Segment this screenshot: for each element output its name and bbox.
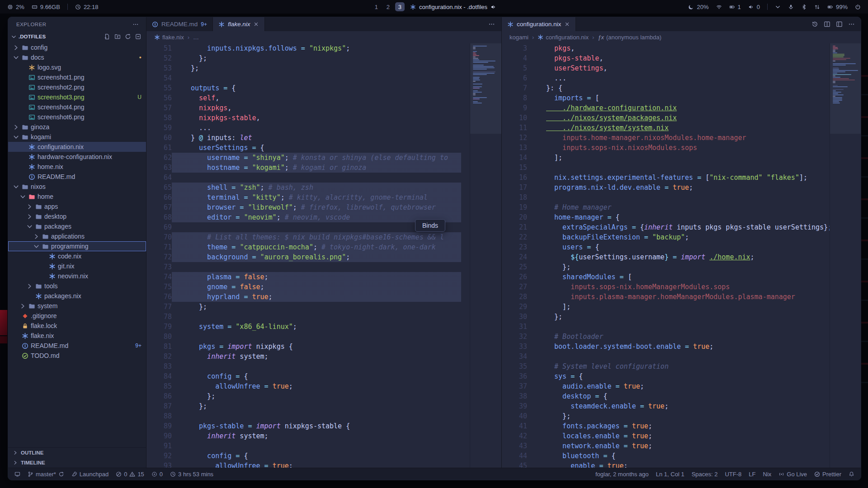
- code-line-44[interactable]: 44 bluetooth = {: [502, 451, 830, 461]
- breadcrumb-item-[interactable]: …: [193, 34, 199, 41]
- tree-file-screenshot4-png[interactable]: screenshot4.png: [8, 102, 146, 112]
- code-line-82[interactable]: 82 inherit system;: [146, 352, 470, 361]
- time-tracked-indicator[interactable]: 3 hrs 53 mins: [170, 471, 213, 478]
- battery-mini-indicator[interactable]: 1: [729, 4, 741, 10]
- volume-level-indicator[interactable]: 0: [748, 4, 760, 10]
- breadcrumb-item-kogami[interactable]: kogami: [509, 34, 528, 41]
- code-line-84[interactable]: 84 config = {: [146, 371, 470, 381]
- tree-file-screenshot6-png[interactable]: screenshot6.png: [8, 112, 146, 122]
- code-line-53[interactable]: 53};: [146, 63, 470, 73]
- close-icon[interactable]: [253, 21, 259, 27]
- layout-icon[interactable]: [836, 21, 843, 28]
- center-more-icon[interactable]: [488, 21, 495, 28]
- tree-folder-tools[interactable]: tools: [8, 281, 146, 291]
- tree-file-readme-md[interactable]: README.md9+: [8, 341, 146, 351]
- tree-folder-home[interactable]: home: [8, 192, 146, 202]
- tree-folder-desktop[interactable]: desktop: [8, 211, 146, 221]
- code-line-24[interactable]: 24 ${userSettings.username} = import ./h…: [502, 252, 830, 262]
- code-line-12[interactable]: 12 inputs.home-manager.nixosModules.home…: [502, 133, 830, 143]
- code-line-3[interactable]: 3 pkgs,: [502, 43, 830, 53]
- code-line-77[interactable]: 77 };: [146, 302, 470, 312]
- git-branch[interactable]: master*: [28, 471, 64, 478]
- code-line-6[interactable]: 6 ...: [502, 73, 830, 83]
- code-line-73[interactable]: 73: [146, 262, 470, 272]
- code-line-54[interactable]: 54: [146, 73, 470, 83]
- notifications-bell[interactable]: [849, 471, 854, 477]
- code-line-36[interactable]: 36 sys = {: [502, 371, 830, 381]
- tree-file-git-nix[interactable]: git.nix: [8, 261, 146, 271]
- tree-folder-programming[interactable]: programming: [8, 241, 146, 251]
- collapse-all-icon[interactable]: [135, 33, 142, 40]
- code-line-4[interactable]: 4 pkgs-stable,: [502, 53, 830, 63]
- code-line-78[interactable]: 78: [146, 312, 470, 322]
- breadcrumb-item-anonymous-lambda[interactable]: ƒx(anonymous lambda): [598, 34, 661, 41]
- code-line-35[interactable]: 35 # System level configuration: [502, 361, 830, 371]
- code-line-19[interactable]: 19 # Home manager: [502, 202, 830, 212]
- code-line-86[interactable]: 86 };: [146, 391, 470, 401]
- code-line-65[interactable]: 65 shell = "zsh"; # bash, zsh: [146, 183, 470, 192]
- tree-folder-applications[interactable]: applications: [8, 231, 146, 241]
- code-line-34[interactable]: 34: [502, 352, 830, 361]
- code-line-22[interactable]: 22 backupFileExtension = "backup";: [502, 232, 830, 242]
- tree-file-flake-lock[interactable]: flake.lock: [8, 321, 146, 331]
- code-line-74[interactable]: 74 plasma = false;: [146, 272, 470, 282]
- night-light-indicator[interactable]: 20%: [688, 4, 708, 10]
- code-line-9[interactable]: 9 ./hardware-configuration.nix: [502, 103, 830, 113]
- code-line-66[interactable]: 66 terminal = "kitty"; # kitty, alacritt…: [146, 192, 470, 202]
- code-line-13[interactable]: 13 inputs.sops-nix.nixosModules.sops: [502, 143, 830, 153]
- go-live-button[interactable]: Go Live: [778, 471, 807, 478]
- bluetooth-icon[interactable]: [801, 4, 807, 10]
- code-line-16[interactable]: 16 nix.settings.experimental-features = …: [502, 173, 830, 183]
- new-file-icon[interactable]: [104, 33, 110, 40]
- code-line-79[interactable]: 79 system = "x86_64-linux";: [146, 322, 470, 332]
- language-mode[interactable]: Nix: [763, 471, 772, 478]
- tree-file-code-nix[interactable]: code.nix: [8, 251, 146, 261]
- workspace-3[interactable]: 3: [395, 2, 405, 11]
- code-line-71[interactable]: 71 theme = "catppuccin-mocha"; # tokyo-n…: [146, 242, 470, 252]
- code-line-25[interactable]: 25 };: [502, 262, 830, 272]
- code-line-11[interactable]: 11 ../nixos/system/system.nix: [502, 123, 830, 133]
- tree-file-todo-md[interactable]: TODO.md: [8, 351, 146, 361]
- tree-folder-packages[interactable]: packages: [8, 221, 146, 231]
- code-line-27[interactable]: 27 inputs.sops-nix.homeManagerModules.so…: [502, 282, 830, 292]
- code-line-21[interactable]: 21 extraSpecialArgs = {inherit inputs pk…: [502, 222, 830, 232]
- code-line-81[interactable]: 81 pkgs = import nixpkgs {: [146, 342, 470, 352]
- tree-file-screenshot3-png[interactable]: screenshot3.pngU: [8, 92, 146, 102]
- workspace-2[interactable]: 2: [383, 2, 393, 11]
- code-line-41[interactable]: 41 fonts.packages = true;: [502, 421, 830, 431]
- tree-file-flake-nix[interactable]: flake.nix: [8, 331, 146, 341]
- code-line-58[interactable]: 58 nixpkgs-stable,: [146, 113, 470, 123]
- indentation-indicator[interactable]: Spaces: 2: [692, 471, 718, 478]
- code-line-26[interactable]: 26 sharedModules = [: [502, 272, 830, 282]
- code-line-18[interactable]: 18: [502, 192, 830, 202]
- tree-folder-ginoza[interactable]: ginoza: [8, 122, 146, 132]
- code-line-70[interactable]: 70 # List all themes: $ nix build nixpkg…: [146, 232, 470, 242]
- code-line-60[interactable]: 60} @ inputs: let: [146, 133, 470, 143]
- center-minimap[interactable]: [470, 43, 501, 468]
- prettier-indicator[interactable]: Prettier: [814, 471, 841, 478]
- code-line-37[interactable]: 37 audio.enable = true;: [502, 381, 830, 391]
- code-line-5[interactable]: 5 userSettings,: [502, 63, 830, 73]
- code-line-56[interactable]: 56 self,: [146, 93, 470, 103]
- tab-configuration-nix[interactable]: configuration.nix: [502, 17, 576, 31]
- power-icon[interactable]: [855, 4, 861, 10]
- code-line-39[interactable]: 39 steamdeck.enable = true;: [502, 401, 830, 411]
- network-arrows-icon[interactable]: [814, 4, 820, 10]
- tree-file-readme-md[interactable]: README.md: [8, 172, 146, 182]
- code-line-64[interactable]: 64: [146, 173, 470, 183]
- tree-folder-nixos[interactable]: nixos: [8, 182, 146, 192]
- history-icon[interactable]: [811, 21, 818, 28]
- code-line-51[interactable]: 51 inputs.nixpkgs.follows = "nixpkgs";: [146, 43, 470, 53]
- tree-file-neovim-nix[interactable]: neovim.nix: [8, 271, 146, 281]
- code-line-14[interactable]: 14 ];: [502, 153, 830, 163]
- code-line-62[interactable]: 62 username = "shinya"; # konsta or shin…: [146, 153, 470, 163]
- eol-indicator[interactable]: LF: [749, 471, 755, 478]
- code-line-40[interactable]: 40 };: [502, 411, 830, 421]
- git-blame-indicator[interactable]: foglar, 2 months ago: [595, 471, 649, 478]
- tree-folder-docs[interactable]: docs●: [8, 52, 146, 62]
- code-line-28[interactable]: 28 inputs.plasma-manager.homeManagerModu…: [502, 292, 830, 302]
- code-line-90[interactable]: 90 inherit system;: [146, 431, 470, 441]
- outline-section[interactable]: OUTLINE: [8, 448, 146, 458]
- explorer-more-icon[interactable]: [132, 21, 139, 28]
- tree-file-gitignore[interactable]: .gitignore: [8, 311, 146, 321]
